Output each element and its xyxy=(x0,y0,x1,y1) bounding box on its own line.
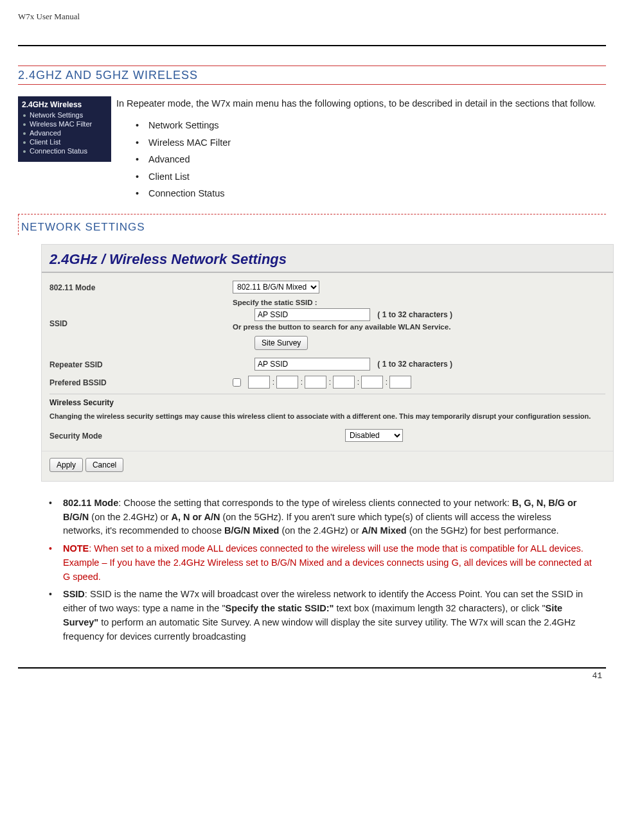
bullet-text: to perform an automatic Site Survey. A n… xyxy=(63,617,575,642)
preferred-bssid-checkbox[interactable] xyxy=(233,378,241,387)
bullet-text: (on the 5GHz) for best performance. xyxy=(407,525,559,536)
intro-list-item: Connection Status xyxy=(136,185,602,202)
sidebar-item: Client List xyxy=(22,137,107,146)
sidebar-item: Network Settings xyxy=(22,110,107,119)
intro-list-item: Client List xyxy=(136,168,602,185)
bullet-text: : When set to a mixed mode ALL devices c… xyxy=(63,543,592,582)
bssid-octet-5[interactable] xyxy=(361,376,383,389)
mode-select[interactable]: 802.11 B/G/N Mixed xyxy=(233,281,319,293)
bullet-text: : Choose the setting that corresponds to… xyxy=(118,498,512,508)
doc-header: W7x User Manual xyxy=(18,12,606,26)
sidebar-heading: 2.4GHz Wireless xyxy=(22,99,107,110)
bssid-octet-2[interactable] xyxy=(276,376,298,389)
bullet-bold: A, N or A/N xyxy=(171,512,220,522)
subsection-title: NETWORK SETTINGS xyxy=(21,214,606,235)
sidebar-item: Advanced xyxy=(22,128,107,137)
bullet-bold: B/G/N Mixed xyxy=(224,525,279,536)
intro-list-item: Network Settings xyxy=(136,117,602,134)
section-title: 2.4GHZ AND 5GHZ WIRELESS xyxy=(18,66,606,85)
repeater-char-limit: ( 1 to 32 characters ) xyxy=(377,360,452,369)
bullet-text: (on the 2.4GHz) or xyxy=(279,525,361,536)
preferred-bssid-label: Prefered BSSID xyxy=(49,376,233,387)
cancel-button[interactable]: Cancel xyxy=(85,458,123,472)
bullet-label: SSID xyxy=(63,589,85,599)
sidebar-item: Wireless MAC Filter xyxy=(22,119,107,128)
bullet-note: NOTE: When set to a mixed mode ALL devic… xyxy=(46,540,593,586)
sidebar-item: Connection Status xyxy=(22,146,107,155)
bssid-octet-4[interactable] xyxy=(333,376,355,389)
sidebar-menu-image: 2.4GHz Wireless Network Settings Wireles… xyxy=(18,96,111,162)
bullet-text: text box (maximum length 32 characters),… xyxy=(334,603,545,613)
header-rule xyxy=(18,45,606,46)
bullet-80211-mode: 802.11 Mode: Choose the setting that cor… xyxy=(46,494,593,540)
security-mode-label: Security Mode xyxy=(49,429,345,441)
bullet-ssid: SSID: SSID is the name the W7x will broa… xyxy=(46,586,593,645)
bssid-octet-1[interactable] xyxy=(248,376,270,389)
site-survey-button[interactable]: Site Survey xyxy=(254,336,308,350)
wireless-security-heading: Wireless Security xyxy=(49,394,605,408)
repeater-ssid-input[interactable] xyxy=(254,358,370,371)
bssid-octet-3[interactable] xyxy=(305,376,326,389)
ssid-hint-static: Specify the static SSID : xyxy=(233,299,605,306)
panel-title: 2.4GHz / Wireless Network Settings xyxy=(42,245,613,273)
mode-label: 802.11 Mode xyxy=(49,281,233,292)
security-warning: Changing the wireless security settings … xyxy=(49,408,605,426)
bullet-bold: A/N Mixed xyxy=(362,525,407,536)
intro-list-item: Advanced xyxy=(136,151,602,168)
bullet-label: NOTE xyxy=(63,543,89,554)
bullet-text: (on the 2.4GHz) or xyxy=(89,512,171,522)
repeater-ssid-label: Repeater SSID xyxy=(49,358,233,369)
ssid-char-limit: ( 1 to 32 characters ) xyxy=(377,310,452,319)
bullet-bold: Specify the static SSID:" xyxy=(226,603,334,613)
page-number: 41 xyxy=(18,669,606,681)
bssid-octet-6[interactable] xyxy=(389,376,411,389)
ssid-hint-search: Or press the button to search for any av… xyxy=(233,323,605,331)
intro-list-item: Wireless MAC Filter xyxy=(136,134,602,151)
bullet-label: 802.11 Mode xyxy=(63,498,118,508)
settings-panel-screenshot: 2.4GHz / Wireless Network Settings 802.1… xyxy=(41,244,614,482)
apply-button[interactable]: Apply xyxy=(49,458,83,472)
ssid-input[interactable] xyxy=(254,308,370,321)
intro-paragraph: In Repeater mode, the W7x main menu has … xyxy=(116,96,602,110)
security-mode-select[interactable]: Disabled xyxy=(345,429,403,442)
ssid-label: SSID xyxy=(49,299,233,328)
